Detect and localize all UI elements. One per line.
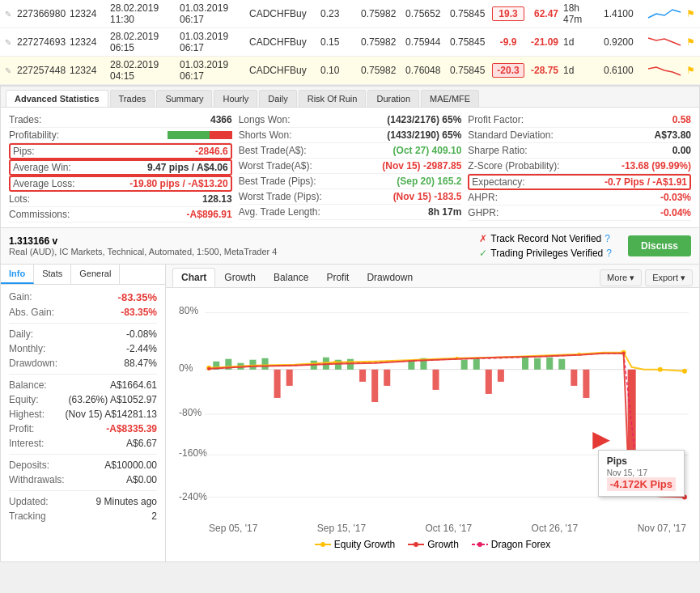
stat-std-dev-label: Standard Deviation: (468, 129, 553, 141)
divider (9, 374, 157, 375)
stat-profit-factor: Profit Factor: 0.58 (468, 112, 691, 128)
bottom-section: Info Stats General Gain: -83.35% Abs. Ga… (0, 265, 700, 562)
divider (9, 490, 157, 491)
stat-avg-loss-value: -19.80 pips / -A$13.20 (129, 178, 227, 189)
stat-best-trade-pips: Best Trade (Pips): (Sep 20) 165.2 (239, 174, 462, 189)
updated-label: Updated: (9, 496, 49, 507)
equity-value: (63.26%) A$1052.97 (69, 394, 157, 405)
trade-mini-chart (642, 6, 686, 22)
stat-std-dev-value: A$73.80 (655, 129, 691, 141)
discuss-button[interactable]: Discuss (628, 235, 691, 256)
trade-gain: 19.3 (492, 6, 524, 21)
tab-mae-mfe[interactable]: MAE/MFE (421, 90, 479, 107)
chart-area: 80% 0% -80% -160% -240% (166, 288, 699, 561)
edit-icon[interactable]: ✎ (5, 10, 11, 19)
x-label-2: Sep 15, '17 (317, 523, 366, 534)
trading-privileges-label: Trading Privileges Verified (490, 248, 603, 259)
trade-pips: -28.75 (524, 65, 561, 76)
trade-duration: 1d (561, 36, 601, 48)
profit-stat: Profit: -A$8335.39 (9, 421, 157, 436)
gain-stat: Gain: -83.35% (9, 290, 157, 305)
stat-avg-trade-length: Avg. Trade Length: 8h 17m (239, 205, 462, 220)
daily-stat: Daily: -0.08% (9, 327, 157, 341)
edit-icon[interactable]: ✎ (5, 66, 11, 75)
trade-account: 12324 (67, 65, 108, 76)
tab-risk-of-ruin[interactable]: Risk Of Ruin (299, 90, 367, 107)
tooltip-value: -4.172K Pips (607, 477, 676, 491)
trade-open-date: 28.02.2019 06:15 (108, 31, 177, 53)
stat-lots: Lots: 128.13 (9, 192, 232, 207)
stat-worst-trade-pips: Worst Trade (Pips): (Nov 15) -183.5 (239, 189, 462, 205)
trade-close-date: 01.03.2019 06:17 (177, 31, 247, 53)
svg-rect-31 (384, 370, 390, 386)
track-record-label: Track Record Not Verified (490, 233, 601, 244)
help-icon-track[interactable]: ? (605, 233, 610, 244)
stat-zscore-label: Z-Score (Probability): (468, 160, 559, 172)
left-tab-stats[interactable]: Stats (34, 265, 71, 284)
svg-text:80%: 80% (179, 305, 198, 316)
legend-dragon-label: Dragon Forex (491, 539, 550, 550)
svg-rect-36 (583, 370, 589, 398)
svg-rect-30 (371, 370, 378, 402)
stat-profitability-label: Profitability: (9, 129, 59, 141)
svg-point-46 (622, 352, 626, 355)
svg-text:-80%: -80% (179, 407, 202, 418)
chart-tab-chart[interactable]: Chart (172, 268, 215, 287)
left-panel: Info Stats General Gain: -83.35% Abs. Ga… (0, 265, 166, 562)
chart-container: 80% 0% -80% -160% -240% (172, 294, 693, 521)
stat-expectancy-label: Expectancy: (472, 176, 524, 188)
tooltip-date: Nov 15, '17 (607, 468, 676, 477)
profitability-bar (168, 131, 232, 139)
stat-lots-label: Lots: (9, 193, 30, 205)
withdrawals-stat: Withdrawals: A$0.00 (9, 472, 157, 487)
chart-tabs: Chart Growth Balance Profit Drawdown Mor… (166, 265, 699, 288)
profit-bar-red (210, 131, 232, 139)
left-tab-general[interactable]: General (71, 265, 120, 284)
export-button[interactable]: Export ▾ (645, 269, 693, 286)
monthly-stat: Monthly: -2.44% (9, 341, 157, 356)
trade-pair: CADCHF (247, 65, 287, 76)
tab-trades[interactable]: Trades (110, 90, 155, 107)
highest-stat: Highest: (Nov 15) A$14281.13 (9, 407, 157, 421)
stat-ahpr-label: AHPR: (468, 192, 498, 203)
tab-duration[interactable]: Duration (367, 90, 419, 107)
tab-advanced-statistics[interactable]: Advanced Statistics (6, 90, 108, 107)
stat-longs-won-value: (1423/2176) 65% (387, 114, 461, 125)
trade-gain: -9.9 (492, 36, 524, 48)
stat-lots-value: 128.13 (202, 193, 232, 205)
tab-daily[interactable]: Daily (259, 90, 296, 107)
trade-pair: CADCHF (247, 8, 287, 19)
stat-ahpr: AHPR: -0.03% (468, 190, 691, 205)
tab-hourly[interactable]: Hourly (214, 90, 257, 107)
help-icon-trading[interactable]: ? (606, 248, 612, 259)
equity-stat: Equity: (63.26%) A$1052.97 (9, 392, 157, 407)
left-tab-info[interactable]: Info (1, 265, 34, 284)
stat-best-trade-usd-label: Best Trade(A$): (239, 145, 307, 156)
trade-close-price: 0.75652 (403, 8, 448, 19)
svg-rect-26 (558, 359, 565, 370)
drawdown-stat: Drawdown: 88.47% (9, 356, 157, 371)
tab-summary[interactable]: Summary (156, 90, 212, 107)
trade-pips: 62.47 (524, 8, 561, 19)
chart-tab-growth[interactable]: Growth (215, 268, 265, 287)
right-panel: Chart Growth Balance Profit Drawdown Mor… (166, 265, 700, 562)
tracking-label: Tracking (9, 510, 46, 522)
edit-icon[interactable]: ✎ (5, 38, 11, 47)
trade-pair: CADCHF (247, 36, 287, 48)
trade-open-date: 28.02.2019 11:30 (108, 2, 177, 25)
stat-sharpe: Sharpe Ratio: 0.00 (468, 143, 691, 159)
trade-row: ✎ 227366980 12324 28.02.2019 11:30 01.03… (0, 0, 700, 28)
chart-tab-drawdown[interactable]: Drawdown (358, 268, 422, 287)
more-button[interactable]: More ▾ (600, 269, 642, 286)
svg-rect-22 (473, 359, 480, 370)
flag-icon: ⚑ (686, 8, 695, 19)
profit-bar-green (168, 131, 210, 139)
chart-tab-profit[interactable]: Profit (317, 268, 358, 287)
withdrawals-value: A$0.00 (126, 474, 157, 485)
trade-id: 227257448 (15, 65, 67, 76)
stat-pips-label: Pips: (13, 146, 35, 157)
chart-tab-balance[interactable]: Balance (265, 268, 317, 287)
trade-open-price: 0.75982 (358, 8, 403, 19)
trade-risk: 0.6100 (601, 65, 642, 76)
stat-worst-trade-usd-label: Worst Trade(A$): (239, 160, 312, 172)
